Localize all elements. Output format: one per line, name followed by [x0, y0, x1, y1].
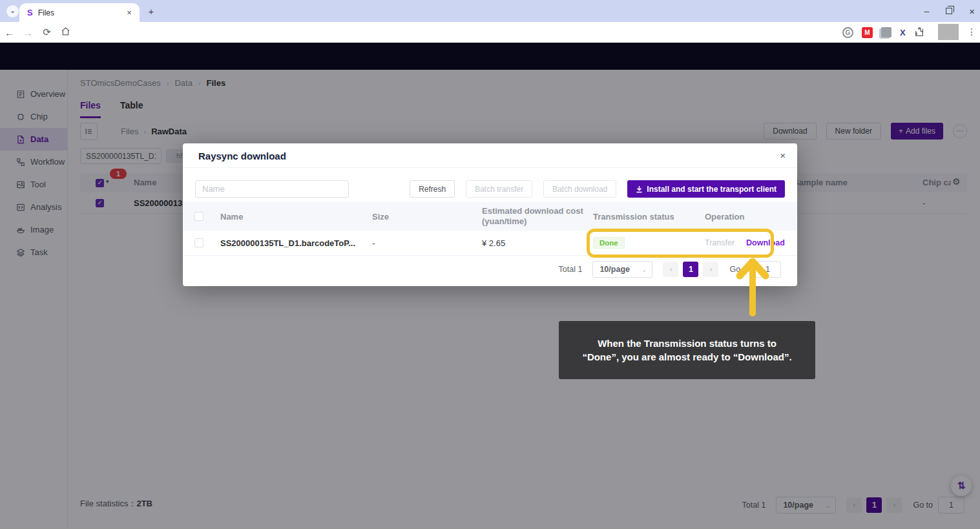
- modal-select-all-checkbox[interactable]: [194, 212, 203, 221]
- raysync-download-modal: Raysync download × Refresh Batch transfe…: [183, 143, 797, 286]
- modal-column-operation: Operation: [705, 212, 797, 222]
- minimize-icon[interactable]: –: [924, 6, 929, 16]
- tab-search-button[interactable]: ⌄: [6, 5, 19, 17]
- modal-per-page-select[interactable]: 10/page ⌄: [592, 261, 652, 278]
- batch-download-button: Batch download: [543, 180, 616, 198]
- restore-icon[interactable]: [946, 8, 952, 14]
- modal-row-size: -: [372, 238, 482, 248]
- select-chevron-icon: ⌄: [641, 266, 647, 273]
- tooltip-line2: “Done”, you are almost ready to “Downloa…: [582, 350, 791, 364]
- modal-table-header: Name Size Estimated download cost (yuan/…: [183, 202, 797, 231]
- browser-tab[interactable]: S Files ×: [19, 3, 140, 22]
- new-tab-button[interactable]: +: [145, 5, 158, 18]
- cost-line2: (yuan/time): [482, 216, 526, 226]
- browser-menu-icon[interactable]: ⋮: [967, 26, 976, 37]
- browser-tab-strip: ⌄ S Files × + – ×: [0, 0, 980, 22]
- batch-transfer-button: Batch transfer: [466, 180, 532, 198]
- extension-package-icon[interactable]: [881, 27, 891, 37]
- annotation-arrow-icon: [733, 258, 772, 317]
- install-transport-client-button[interactable]: Install and start the transport client: [627, 180, 785, 198]
- extension-m-icon[interactable]: M: [862, 27, 873, 38]
- tooltip-line1: When the Transmission status turns to: [598, 337, 777, 350]
- home-icon[interactable]: [56, 26, 75, 38]
- reload-icon[interactable]: ⟳: [37, 26, 56, 38]
- modal-current-page-button[interactable]: 1: [683, 262, 698, 277]
- refresh-button[interactable]: Refresh: [410, 180, 455, 198]
- modal-pagination-total: Total 1: [559, 265, 583, 274]
- extensions-puzzle-icon[interactable]: [914, 27, 924, 37]
- annotation-highlight-box: [587, 229, 774, 258]
- modal-column-name: Name: [220, 212, 372, 222]
- modal-row-checkbox[interactable]: [194, 238, 203, 247]
- install-button-label: Install and start the transport client: [647, 185, 777, 194]
- modal-prev-page-button[interactable]: ‹: [663, 262, 678, 277]
- extension-x-icon[interactable]: X: [900, 28, 906, 37]
- download-icon: [636, 185, 643, 193]
- tab-title: Files: [38, 8, 124, 17]
- modal-row-cost: ¥ 2.65: [482, 238, 593, 248]
- window-close-icon[interactable]: ×: [969, 6, 975, 17]
- browser-toolbar: ← → ⟳: [0, 22, 980, 43]
- modal-column-status: Transmission status: [593, 212, 705, 222]
- modal-name-search-input[interactable]: [195, 180, 349, 198]
- modal-row-file-name: SS200000135TL_D1.barcodeToP...: [220, 238, 372, 248]
- modal-header: Raysync download ×: [183, 143, 797, 168]
- annotation-tooltip: When the Transmission status turns to “D…: [559, 321, 815, 379]
- back-icon[interactable]: ←: [0, 27, 19, 38]
- modal-title: Raysync download: [198, 150, 286, 161]
- browser-profile-avatar[interactable]: [938, 24, 959, 40]
- modal-close-icon[interactable]: ×: [780, 150, 786, 161]
- window-controls: – ×: [924, 0, 975, 22]
- modal-column-cost: Estimated download cost (yuan/time): [482, 206, 593, 227]
- tab-close-icon[interactable]: ×: [124, 8, 134, 17]
- forward-icon[interactable]: →: [19, 27, 37, 38]
- modal-per-page-value: 10/page: [599, 265, 641, 274]
- modal-buttons: Refresh Batch transfer Batch download In…: [410, 180, 785, 198]
- modal-column-size: Size: [372, 212, 482, 222]
- site-favicon: S: [27, 8, 33, 17]
- modal-next-page-button[interactable]: ›: [703, 262, 718, 277]
- screen: ⌄ S Files × + – × ← → ⟳ cloud.stomics.te…: [0, 0, 980, 529]
- extension-g-icon[interactable]: G: [842, 27, 853, 38]
- cost-line1: Estimated download cost: [482, 206, 583, 216]
- extension-icons: G M X: [842, 25, 924, 40]
